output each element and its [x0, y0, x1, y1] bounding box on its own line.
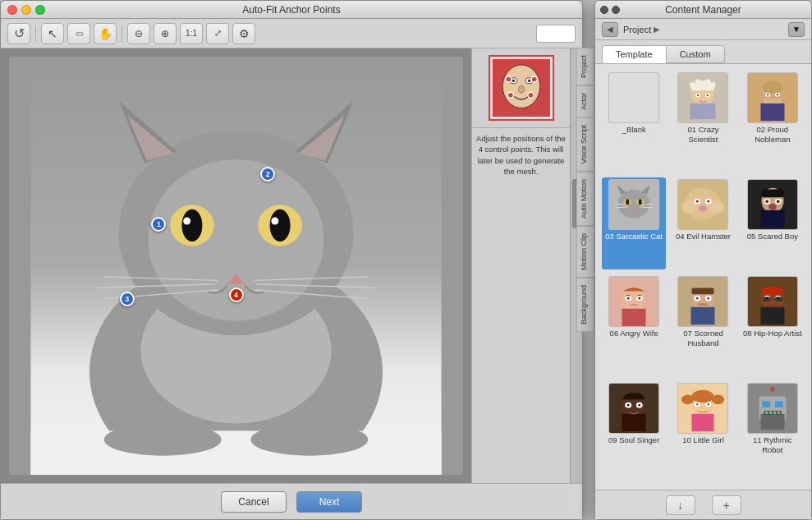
svg-point-55: [618, 190, 650, 219]
cm-close-x[interactable]: [600, 6, 608, 14]
close-button[interactable]: [7, 5, 17, 15]
template-tab[interactable]: Template: [602, 45, 667, 63]
select-icon: ↖: [48, 27, 57, 40]
cm-label-rhythmic-robot: 11 Rythmic Robot: [742, 435, 803, 456]
cm-title-bar: Content Manager: [595, 1, 811, 19]
svg-point-48: [762, 81, 782, 94]
cm-back-button[interactable]: ◀: [602, 22, 618, 37]
background-tab[interactable]: Background: [576, 278, 594, 332]
maximize-button[interactable]: [35, 5, 45, 15]
traffic-lights: [7, 5, 45, 15]
cm-item-blank[interactable]: _Blank: [602, 71, 666, 173]
svg-point-130: [692, 390, 714, 403]
cm-path-label: Project: [623, 25, 651, 35]
zoom-input[interactable]: 104%: [536, 25, 576, 43]
cm-item-proud-nobleman[interactable]: 02 Proud Nobleman: [741, 71, 805, 173]
svg-point-86: [768, 204, 777, 210]
cm-item-scorned-husband[interactable]: 07 Scorned Husband: [671, 274, 735, 376]
bottom-bar: Cancel Next: [1, 483, 582, 519]
motion-clip-tab[interactable]: Motion Clip: [576, 226, 594, 278]
svg-point-75: [700, 205, 708, 212]
zoom-out-icon: ⊖: [135, 28, 143, 39]
separator-1: [35, 25, 36, 42]
auto-motion-tab[interactable]: Auto Motion: [576, 172, 594, 226]
face-diagram: [489, 55, 554, 121]
cm-thumb-blank: [608, 72, 659, 123]
cm-close-y[interactable]: [612, 6, 620, 14]
canvas-area[interactable]: 1 2 3 4: [1, 48, 471, 483]
svg-rect-140: [769, 412, 772, 414]
actor-tab[interactable]: Actor: [576, 85, 594, 117]
zoom-actual-button[interactable]: 1:1: [180, 23, 203, 44]
cm-item-crazy-scientist[interactable]: 01 Crazy Scientist: [671, 71, 735, 173]
svg-point-120: [638, 404, 640, 407]
cm-label-scared-boy: 05 Scared Boy: [747, 232, 798, 242]
cm-item-hip-hop-artist[interactable]: 08 Hip-Hop Artist: [741, 274, 805, 376]
svg-point-35: [531, 76, 537, 82]
svg-rect-137: [775, 401, 783, 407]
cm-item-angry-wife[interactable]: 06 Angry Wife: [602, 274, 666, 376]
minimize-button[interactable]: [21, 5, 31, 15]
next-button[interactable]: Next: [296, 491, 362, 513]
project-tab[interactable]: Project: [576, 48, 594, 85]
cm-tabs: Template Custom: [595, 40, 811, 64]
svg-point-44: [707, 94, 709, 96]
cm-thumb-little-girl: [677, 383, 728, 434]
svg-point-37: [527, 92, 533, 98]
window-title: Auto-Fit Anchor Points: [242, 4, 340, 16]
cm-add-button[interactable]: +: [712, 495, 741, 515]
cm-navigation: ◀ Project ▶ ▼: [595, 19, 811, 40]
svg-rect-133: [760, 414, 784, 430]
cm-item-little-girl[interactable]: 10 Little Girl: [671, 381, 735, 483]
add-icon: +: [723, 499, 729, 512]
zoom-fit-button[interactable]: ⤢: [206, 23, 229, 44]
svg-point-31: [512, 80, 515, 83]
svg-point-118: [627, 404, 630, 407]
dropdown-icon: ▼: [792, 25, 801, 34]
svg-rect-136: [762, 401, 770, 407]
svg-rect-112: [775, 297, 782, 301]
svg-rect-96: [691, 307, 715, 324]
svg-point-13: [270, 209, 291, 242]
cm-item-scared-boy[interactable]: 05 Scared Boy: [741, 177, 805, 269]
svg-point-50: [767, 94, 768, 95]
hand-tool-button[interactable]: ✋: [94, 23, 117, 44]
svg-rect-116: [622, 414, 646, 431]
cm-item-rhythmic-robot[interactable]: 11 Rythmic Robot: [741, 381, 805, 483]
custom-tab[interactable]: Custom: [667, 45, 725, 63]
voice-script-tab[interactable]: Voice Script: [576, 117, 594, 172]
svg-point-127: [708, 403, 710, 406]
hand-icon: ✋: [99, 27, 112, 40]
zoom-in-icon: ⊕: [161, 28, 169, 39]
svg-point-85: [777, 200, 780, 203]
cancel-button[interactable]: Cancel: [221, 491, 287, 513]
svg-point-34: [505, 76, 511, 82]
settings-button[interactable]: ⚙: [232, 23, 255, 44]
zoom-actual-icon: 1:1: [186, 29, 197, 38]
refresh-button[interactable]: ↺: [7, 23, 30, 44]
select-tool-button[interactable]: ↖: [41, 23, 64, 44]
svg-point-11: [183, 218, 190, 225]
face-preview-section: [472, 48, 570, 128]
cm-item-evil-hamster[interactable]: 04 Evil Hamster: [671, 177, 735, 269]
svg-point-61: [639, 199, 642, 205]
cat-image: [9, 57, 463, 475]
cm-dropdown-button[interactable]: ▼: [788, 22, 805, 37]
svg-rect-81: [761, 190, 783, 198]
zoom-out-button[interactable]: ⊖: [127, 23, 150, 44]
cm-title: Content Manager: [665, 4, 741, 16]
cm-label-little-girl: 10 Little Girl: [682, 435, 724, 445]
anchor-point-1[interactable]: 1: [151, 217, 166, 232]
anchor-point-4[interactable]: 4: [229, 288, 244, 302]
svg-point-32: [527, 80, 530, 83]
cm-item-sarcastic-cat[interactable]: 03 Sarcastic Cat: [602, 177, 666, 269]
zoom-in-button[interactable]: ⊕: [154, 23, 177, 44]
cm-item-soul-singer[interactable]: 09 Soul Singer: [602, 381, 666, 483]
rect-select-button[interactable]: ▭: [67, 23, 90, 44]
svg-point-125: [696, 403, 699, 406]
svg-point-83: [765, 200, 768, 203]
anchor-point-2[interactable]: 2: [260, 167, 275, 182]
anchor-point-3[interactable]: 3: [120, 292, 135, 306]
cm-download-button[interactable]: ↓: [666, 495, 695, 515]
svg-rect-123: [692, 414, 714, 431]
